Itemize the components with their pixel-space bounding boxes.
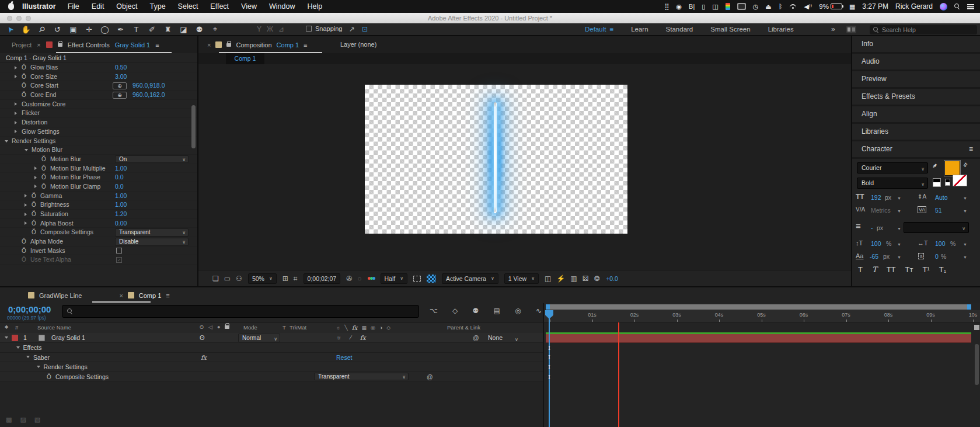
always-preview-icon[interactable]: ❏ bbox=[212, 275, 219, 283]
tab-composition[interactable]: Composition bbox=[236, 41, 271, 48]
timeline-timecode[interactable]: 0;00;00;00 bbox=[8, 304, 51, 314]
vertical-scale-value[interactable]: 100 bbox=[871, 240, 881, 247]
stopwatch-icon[interactable]: Ŏ bbox=[41, 173, 46, 182]
property-label[interactable]: Saturation bbox=[40, 210, 68, 219]
fill-color-swatch[interactable] bbox=[944, 161, 960, 176]
parent-pickwhip-icon[interactable]: @ bbox=[427, 372, 433, 381]
collapse-transformations-icon[interactable]: ☼ bbox=[336, 325, 340, 331]
parent-link-column-header[interactable]: Parent & Link bbox=[447, 324, 480, 331]
panel-menu-icon[interactable]: ≡ bbox=[166, 292, 169, 299]
shape-tool[interactable]: ◯ bbox=[97, 25, 113, 34]
font-style-select[interactable]: Bold bbox=[857, 178, 928, 189]
stroke-style-select[interactable] bbox=[904, 222, 969, 233]
timeline-tab-gradwipe-line[interactable]: GradWipe Line bbox=[28, 292, 82, 299]
layer-twirl-icon[interactable] bbox=[5, 336, 8, 339]
property-label[interactable]: Motion Blur bbox=[50, 155, 81, 164]
3d-layer-icon[interactable]: ◇ bbox=[386, 325, 390, 331]
property-value[interactable]: 0.0 bbox=[115, 182, 124, 192]
stopwatch-icon[interactable]: Ŏ bbox=[47, 373, 51, 382]
font-size-dropdown-icon[interactable] bbox=[897, 194, 901, 201]
local-axis-mode-icon[interactable]: Y bbox=[257, 25, 261, 33]
twirl-icon[interactable] bbox=[25, 203, 27, 207]
panel-tab-info[interactable]: Info bbox=[852, 36, 980, 54]
tab-project[interactable]: Project bbox=[12, 41, 32, 48]
twirl-icon[interactable] bbox=[25, 194, 27, 197]
timeline-tab-comp-1[interactable]: ×Comp 1≡ bbox=[119, 292, 169, 299]
swap-fill-stroke-icon[interactable] bbox=[963, 161, 968, 168]
twirl-icon[interactable] bbox=[25, 149, 28, 151]
property-select[interactable]: On∨ bbox=[115, 155, 189, 164]
property-label[interactable]: Motion Blur Multiplie bbox=[50, 164, 106, 173]
layer-quality-switch-icon[interactable]: ∕ bbox=[350, 332, 351, 343]
resolution-select[interactable]: Half∨ bbox=[381, 273, 408, 284]
apple-menu-icon[interactable] bbox=[8, 3, 14, 10]
property-value[interactable]: 960.0,162.0 bbox=[132, 91, 165, 100]
safe-margins-icon[interactable]: ⌗ bbox=[294, 275, 298, 283]
magnification-select[interactable]: 50%∨ bbox=[248, 273, 277, 284]
stroke-width-value[interactable]: - bbox=[871, 224, 873, 231]
camera-tool[interactable]: ▣ bbox=[65, 25, 81, 34]
twirl-icon[interactable] bbox=[5, 140, 8, 143]
stopwatch-icon[interactable]: Ŏ bbox=[32, 200, 36, 210]
lock-icon[interactable] bbox=[58, 43, 62, 47]
stopwatch-icon[interactable]: Ŏ bbox=[41, 155, 46, 164]
property-value[interactable]: 0.50 bbox=[115, 63, 127, 72]
panel-tab-audio[interactable]: Audio bbox=[852, 54, 980, 71]
property-label[interactable]: Distortion bbox=[22, 118, 47, 127]
graph-editor-icon[interactable]: ∿ bbox=[536, 307, 542, 315]
video-eye-icon[interactable]: ʘ bbox=[200, 324, 204, 330]
kerning-dropdown-icon[interactable] bbox=[897, 207, 901, 214]
iphone-icon[interactable]: ▯ bbox=[702, 3, 705, 11]
twirl-icon[interactable] bbox=[25, 221, 27, 225]
panel-tab-align[interactable]: Align bbox=[852, 106, 980, 124]
horizontal-scale-dropdown-icon[interactable] bbox=[963, 240, 967, 247]
property-label[interactable]: Core End bbox=[30, 91, 56, 100]
stopwatch-icon[interactable]: Ŏ bbox=[32, 210, 36, 219]
font-size-value[interactable]: 192 bbox=[871, 194, 881, 201]
mask-feather-icon[interactable]: ⊡ bbox=[362, 25, 368, 33]
outline-label[interactable]: Saber bbox=[33, 353, 50, 362]
superscript-button[interactable]: T¹ bbox=[922, 265, 929, 274]
workspace-bar-button[interactable] bbox=[846, 26, 856, 33]
stroke-width-dropdown-icon[interactable] bbox=[897, 224, 901, 231]
work-area-bar[interactable] bbox=[546, 304, 971, 310]
notification-center-icon[interactable] bbox=[967, 4, 974, 9]
dropbox-icon[interactable]: ⣿ bbox=[664, 3, 669, 11]
all-caps-button[interactable]: TT bbox=[887, 265, 896, 274]
property-value[interactable]: 1.20 bbox=[115, 210, 127, 219]
timeline-button-icon[interactable]: ▥ bbox=[570, 275, 577, 283]
composition-mini-flowchart-icon[interactable]: ⌥ bbox=[430, 307, 438, 315]
twirl-icon[interactable] bbox=[34, 176, 37, 179]
black-white-swatch[interactable] bbox=[933, 178, 941, 187]
layer-name[interactable]: Gray Solid 1 bbox=[51, 332, 85, 343]
kerning-value[interactable]: Metrics bbox=[871, 207, 891, 214]
time-machine-icon[interactable]: ◷ bbox=[753, 3, 759, 11]
menubar-clock[interactable]: 3:27 PM bbox=[862, 2, 888, 11]
hand-tool[interactable]: ✋ bbox=[18, 25, 34, 34]
exposure-value[interactable]: +0.0 bbox=[606, 275, 618, 282]
horizontal-scale-value[interactable]: 100 bbox=[935, 240, 946, 247]
workspace-overflow-icon[interactable]: » bbox=[831, 25, 835, 33]
twirl-icon[interactable] bbox=[15, 66, 17, 70]
active-app-name[interactable]: Illustrator bbox=[22, 2, 56, 11]
leading-value[interactable]: Auto bbox=[935, 194, 948, 201]
layer-color-chip[interactable] bbox=[12, 335, 18, 341]
menu-window[interactable]: Window bbox=[269, 2, 295, 11]
timeline-vertical-scrollbar[interactable] bbox=[975, 344, 979, 385]
reset-effect-link[interactable]: Reset bbox=[336, 353, 352, 362]
twirl-icon[interactable] bbox=[37, 366, 40, 368]
layer-effects-switch-icon[interactable]: fx bbox=[360, 332, 366, 343]
layer-row-gray-solid-1[interactable]: 1 Gray Solid 1 ʘ Normal∨ ☼∕fx @ None ∨ bbox=[0, 332, 543, 343]
frame-blend-icon[interactable]: ▦ bbox=[361, 325, 367, 331]
outline-select[interactable]: Transparent∨ bbox=[314, 373, 409, 381]
property-label[interactable]: Core Start bbox=[30, 81, 58, 91]
show-snapshot-icon[interactable]: ○ bbox=[357, 275, 361, 283]
workspace-tab-learn[interactable]: Learn bbox=[631, 26, 648, 33]
backblaze-icon[interactable]: B| bbox=[689, 3, 695, 10]
snapping-checkbox[interactable] bbox=[306, 26, 312, 32]
exposure-icon[interactable]: ❂ bbox=[594, 275, 600, 283]
twirl-icon[interactable] bbox=[15, 121, 17, 124]
tsume-value[interactable]: 0 bbox=[935, 253, 939, 260]
stopwatch-icon[interactable]: Ŏ bbox=[41, 182, 46, 192]
display-icon[interactable] bbox=[737, 3, 746, 10]
